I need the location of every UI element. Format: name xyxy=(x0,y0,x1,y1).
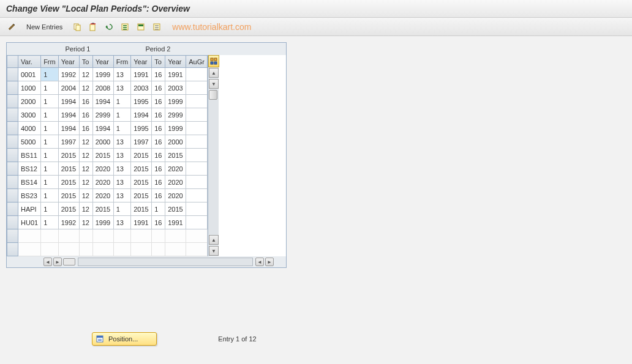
cell-frm2[interactable]: 1 xyxy=(113,122,131,135)
cell-frm2[interactable]: 13 xyxy=(113,135,131,149)
cell-year1[interactable]: 2015 xyxy=(58,189,79,202)
h-scroll-right-2[interactable]: ► xyxy=(265,258,274,266)
cell-var[interactable]: HAPI xyxy=(18,202,41,216)
scroll-down-button[interactable]: ▼ xyxy=(209,79,219,89)
cell-frm2[interactable]: 13 xyxy=(113,149,131,162)
cell-augr[interactable] xyxy=(186,216,208,229)
toggle-display-icon[interactable] xyxy=(5,21,18,33)
cell-frm2[interactable]: 1 xyxy=(113,202,131,216)
cell-to1[interactable]: 12 xyxy=(79,81,92,95)
cell-frm1[interactable]: 1 xyxy=(41,189,59,202)
cell-to2[interactable]: 16 xyxy=(152,108,165,122)
cell-frm1[interactable]: 1 xyxy=(41,122,59,135)
cell-frm2[interactable]: 13 xyxy=(113,189,131,202)
cell-to1[interactable]: 12 xyxy=(79,176,92,189)
cell-augr[interactable] xyxy=(186,68,208,81)
cell-year1[interactable]: 1994 xyxy=(58,122,79,135)
cell-year1[interactable]: 2015 xyxy=(58,176,79,189)
row-selector[interactable] xyxy=(7,189,18,202)
cell-year2[interactable]: 2020 xyxy=(92,189,113,202)
row-selector[interactable] xyxy=(7,108,18,122)
select-all-icon[interactable] xyxy=(118,21,132,33)
cell-to2[interactable]: 1 xyxy=(152,202,165,216)
cell-var[interactable]: 1000 xyxy=(18,81,41,95)
cell-frm1[interactable]: 1 xyxy=(41,216,59,229)
scroll-thumb[interactable] xyxy=(209,90,217,100)
cell-to1[interactable]: 12 xyxy=(79,189,92,202)
cell-year2[interactable]: 1999 xyxy=(92,216,113,229)
cell-year2[interactable]: 2008 xyxy=(92,81,113,95)
cell-year1[interactable]: 1994 xyxy=(58,108,79,122)
cell-to2[interactable]: 16 xyxy=(152,216,165,229)
col-header-var[interactable]: Var. xyxy=(18,56,41,68)
cell-var[interactable]: HU01 xyxy=(18,216,41,229)
cell-var[interactable]: BS14 xyxy=(18,176,41,189)
cell-var[interactable]: 0001 xyxy=(18,68,41,81)
cell-augr[interactable] xyxy=(186,162,208,176)
row-selector[interactable] xyxy=(7,176,18,189)
cell-to1[interactable]: 12 xyxy=(79,216,92,229)
undo-icon[interactable] xyxy=(102,21,116,33)
cell-frm1[interactable]: 1 xyxy=(41,149,59,162)
cell-year4[interactable]: 2000 xyxy=(165,135,186,149)
cell-to2[interactable]: 16 xyxy=(152,68,165,81)
row-selector[interactable] xyxy=(7,135,18,149)
cell-var[interactable]: 3000 xyxy=(18,108,41,122)
cell-frm1[interactable]: 1 xyxy=(41,81,59,95)
position-button[interactable]: Position... xyxy=(92,332,157,346)
new-entries-button[interactable]: New Entries xyxy=(21,21,68,32)
row-selector[interactable] xyxy=(7,229,18,243)
cell-frm1[interactable]: 1 xyxy=(41,135,59,149)
cell-year3[interactable]: 1991 xyxy=(131,68,152,81)
cell-to1[interactable]: 12 xyxy=(79,135,92,149)
cell-frm1[interactable]: 1 xyxy=(41,202,59,216)
cell-year3[interactable]: 1991 xyxy=(131,216,152,229)
cell-to1[interactable]: 12 xyxy=(79,162,92,176)
cell-to2[interactable]: 16 xyxy=(152,149,165,162)
cell-year4[interactable]: 1999 xyxy=(165,122,186,135)
cell-var[interactable]: BS12 xyxy=(18,162,41,176)
scroll-up-button[interactable]: ▲ xyxy=(209,68,219,78)
cell-to1[interactable]: 12 xyxy=(79,202,92,216)
cell-to2[interactable]: 16 xyxy=(152,176,165,189)
cell-year3[interactable]: 2015 xyxy=(131,149,152,162)
row-selector[interactable] xyxy=(7,95,18,108)
cell-frm1[interactable]: 1 xyxy=(41,162,59,176)
cell-year1[interactable]: 1992 xyxy=(58,68,79,81)
col-header-to1[interactable]: To xyxy=(79,56,92,68)
cell-augr[interactable] xyxy=(186,176,208,189)
cell-year3[interactable]: 2015 xyxy=(131,189,152,202)
cell-year4[interactable]: 2999 xyxy=(165,108,186,122)
cell-frm1[interactable]: 1 xyxy=(41,95,59,108)
col-header-frm2[interactable]: Frm xyxy=(113,56,131,68)
col-header-augr[interactable]: AuGr xyxy=(186,56,208,68)
cell-year4[interactable]: 2020 xyxy=(165,162,186,176)
cell-year1[interactable]: 2004 xyxy=(58,81,79,95)
cell-year2[interactable]: 1994 xyxy=(92,95,113,108)
cell-augr[interactable] xyxy=(186,122,208,135)
cell-year2[interactable]: 2015 xyxy=(92,202,113,216)
cell-augr[interactable] xyxy=(186,135,208,149)
h-scroll-right[interactable]: ► xyxy=(53,258,62,266)
copy-icon[interactable] xyxy=(70,21,84,33)
row-selector[interactable] xyxy=(7,243,18,256)
row-selector[interactable] xyxy=(7,81,18,95)
cell-year2[interactable]: 2020 xyxy=(92,162,113,176)
h-scroll-left-2[interactable]: ◄ xyxy=(255,258,264,266)
cell-year3[interactable]: 2015 xyxy=(131,162,152,176)
cell-year4[interactable]: 2020 xyxy=(165,189,186,202)
h-scroll-track[interactable] xyxy=(78,258,253,266)
cell-to2[interactable]: 16 xyxy=(152,81,165,95)
cell-year1[interactable]: 2015 xyxy=(58,149,79,162)
cell-year3[interactable]: 2003 xyxy=(131,81,152,95)
cell-frm2[interactable]: 13 xyxy=(113,216,131,229)
cell-to2[interactable]: 16 xyxy=(152,162,165,176)
cell-var[interactable]: 5000 xyxy=(18,135,41,149)
delete-icon[interactable] xyxy=(86,21,100,33)
h-scroll-left[interactable]: ◄ xyxy=(43,258,52,266)
col-header-year4[interactable]: Year xyxy=(165,56,186,68)
row-selector[interactable] xyxy=(7,216,18,229)
cell-year2[interactable]: 2000 xyxy=(92,135,113,149)
cell-year1[interactable]: 1992 xyxy=(58,216,79,229)
cell-augr[interactable] xyxy=(186,81,208,95)
